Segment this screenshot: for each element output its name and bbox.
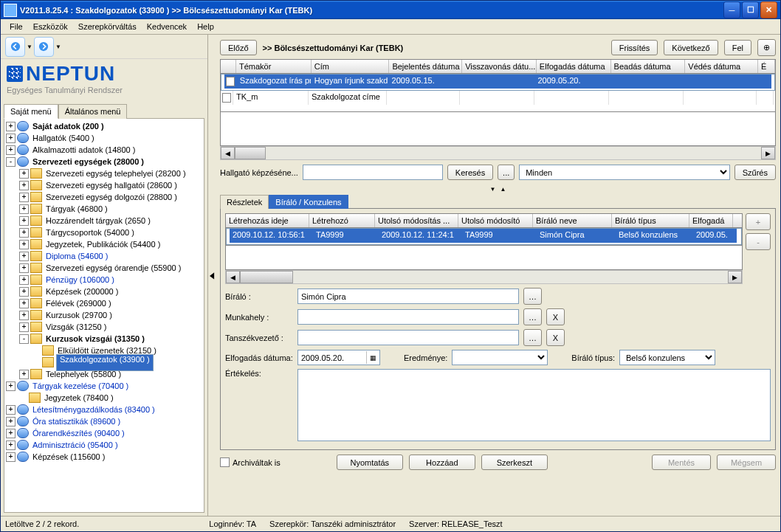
main-grid[interactable]: TémakörCímBejelentés dátumaVisszavonás d… xyxy=(220,59,776,112)
tree-expander[interactable]: + xyxy=(19,263,29,273)
tree-expander[interactable]: + xyxy=(6,441,16,450)
tree-expander[interactable] xyxy=(32,347,41,355)
tree-expander[interactable]: + xyxy=(19,299,29,308)
tree-node[interactable]: +Hozzárendelt tárgyak (2650 ) xyxy=(6,215,202,227)
munkahely-lookup-button[interactable]: … xyxy=(523,308,542,325)
tree-label[interactable]: Szervezeti egység órarendje (55900 ) xyxy=(44,263,182,272)
tree-expander[interactable]: + xyxy=(19,169,29,179)
maximize-button[interactable]: ☐ xyxy=(742,1,759,18)
elfogadas-date-input[interactable]: 2009.05.20.▦ xyxy=(297,350,380,365)
subtab-reviewer[interactable]: Bíráló / Konzulens xyxy=(269,195,348,209)
column-header[interactable]: Cím xyxy=(312,60,390,73)
close-button[interactable]: ✕ xyxy=(760,1,777,18)
ertekeles-textarea[interactable] xyxy=(297,369,771,441)
tanszek-clear-button[interactable]: X xyxy=(546,329,565,346)
column-header[interactable]: Bíráló neve xyxy=(533,214,612,227)
menu-help[interactable]: Help xyxy=(193,21,219,32)
tree-expander[interactable] xyxy=(19,394,27,402)
biralo-tipus-select[interactable]: Belső konzulens xyxy=(619,350,715,365)
nav-fwd-drop[interactable]: ▼ xyxy=(55,44,61,50)
add-row-button[interactable]: + xyxy=(746,213,771,230)
tree-node[interactable]: +Kurzusok (29700 ) xyxy=(6,309,202,321)
column-header[interactable]: Utolsó módosítás ... xyxy=(375,214,458,227)
tree-node[interactable]: +Képzések (200000 ) xyxy=(6,286,202,297)
tree-node[interactable]: +Tárgyak kezelése (70400 ) xyxy=(6,380,202,392)
tree-node[interactable]: +Tárgycsoportok (54000 ) xyxy=(6,227,202,238)
column-header[interactable]: Beadás dátuma xyxy=(611,60,686,73)
tree-label[interactable]: Szervezeti egység hallgatói (28600 ) xyxy=(44,181,179,190)
nav-fwd-button[interactable] xyxy=(34,37,54,57)
tree-expander[interactable]: + xyxy=(6,417,16,426)
tree-label[interactable]: Tárgyak (46800 ) xyxy=(44,204,109,213)
tree-node[interactable]: -Kurzusok vizsgái (31350 ) xyxy=(6,333,202,345)
tree-label[interactable]: Tárgyak kezelése (70400 ) xyxy=(31,381,130,390)
column-header[interactable]: Utolsó módosító xyxy=(458,214,533,227)
column-header[interactable]: Elfogadá xyxy=(689,214,733,227)
tree-node[interactable]: +Félévek (269000 ) xyxy=(6,297,202,309)
munkahely-clear-button[interactable]: X xyxy=(546,308,565,325)
filter-select[interactable]: Minden xyxy=(519,165,730,180)
tree-expander[interactable]: + xyxy=(19,252,29,261)
tanszek-lookup-button[interactable]: … xyxy=(523,329,542,346)
cancel-button[interactable]: Mégsem xyxy=(717,455,776,470)
tree-expander[interactable]: + xyxy=(19,204,29,214)
sub-grid[interactable]: Létrehozás idejeLétrehozóUtolsó módosítá… xyxy=(225,213,743,246)
scroll-left-icon[interactable]: ◀ xyxy=(221,147,235,159)
prev-button[interactable]: Előző xyxy=(220,40,257,55)
filter-button[interactable]: Szűrés xyxy=(734,165,776,180)
column-header[interactable]: Visszavonás dátu... xyxy=(462,60,537,73)
tree-label[interactable]: Létesítménygazdálkodás (83400 ) xyxy=(31,405,156,414)
column-header[interactable]: Létrehozás ideje xyxy=(226,214,309,227)
tree-expander[interactable]: + xyxy=(19,322,29,332)
subtab-details[interactable]: Részletek xyxy=(220,195,269,209)
scroll-right-icon[interactable]: ▶ xyxy=(761,147,775,159)
search-input[interactable] xyxy=(303,165,443,180)
tree-label[interactable]: Alkalmazotti adatok (14800 ) xyxy=(31,145,137,154)
add-button[interactable]: Hozzáad xyxy=(409,455,475,470)
column-header[interactable]: É xyxy=(758,60,775,73)
tree-node[interactable]: Szakdolgozatok (33900 ) xyxy=(6,356,202,368)
tree-label[interactable]: Félévek (269000 ) xyxy=(44,299,113,308)
tree-expander[interactable]: + xyxy=(6,381,16,391)
eredmeny-select[interactable] xyxy=(452,350,548,365)
column-header[interactable]: Védés dátuma xyxy=(685,60,758,73)
vertical-splitter[interactable]: ◀ xyxy=(208,35,216,516)
tree-node[interactable]: Jegyzetek (78400 ) xyxy=(6,392,202,404)
tree-label[interactable]: Jegyzetek, Publikációk (54400 ) xyxy=(44,240,162,249)
tree-label[interactable]: Órarendkészítés (90400 ) xyxy=(31,429,126,438)
tree-expander[interactable]: + xyxy=(19,240,29,249)
tree-expander[interactable]: + xyxy=(19,275,29,285)
tree-node[interactable]: +Hallgatók (5400 ) xyxy=(6,132,202,144)
tree-label[interactable]: Hallgatók (5400 ) xyxy=(31,134,96,142)
tree-node[interactable]: +Órarendkészítés (90400 ) xyxy=(6,427,202,439)
tree-label[interactable]: Szakdolgozatok (33900 ) xyxy=(56,354,154,371)
tree-label[interactable]: Saját adatok (200 ) xyxy=(31,122,106,131)
tree-node[interactable]: +Tárgyak (46800 ) xyxy=(6,203,202,215)
table-row[interactable]: 2009.10.12. 10:56:1TA99992009.10.12. 11:… xyxy=(226,228,742,245)
tree-expander[interactable]: + xyxy=(6,122,16,131)
tree-label[interactable]: Diploma (54600 ) xyxy=(44,252,109,260)
tree-label[interactable]: Kurzusok (29700 ) xyxy=(44,311,114,319)
grid-hscroll[interactable]: ◀ ▶ xyxy=(220,146,776,160)
tree-expander[interactable]: + xyxy=(19,181,29,190)
tree-label[interactable]: Szervezeti egységek (28000 ) xyxy=(31,157,145,166)
tree-expander[interactable]: + xyxy=(19,287,29,297)
tree-node[interactable]: +Telephelyek (55800 ) xyxy=(6,368,202,380)
tree-label[interactable]: Szervezeti egység dolgozói (28800 ) xyxy=(44,193,179,201)
tree-expander[interactable] xyxy=(32,359,41,367)
tree-label[interactable]: Képzések (200000 ) xyxy=(44,287,120,296)
remove-row-button[interactable]: - xyxy=(746,233,771,250)
column-header[interactable]: Témakör xyxy=(236,60,312,73)
tree-expander[interactable]: + xyxy=(19,216,29,226)
tree-expander[interactable]: + xyxy=(6,429,16,438)
menu-tools[interactable]: Eszközök xyxy=(29,21,72,32)
tree-expander[interactable]: + xyxy=(6,145,16,155)
tree-node[interactable]: +Saját adatok (200 ) xyxy=(6,120,202,132)
tab-own-menu[interactable]: Saját menü xyxy=(4,104,58,119)
tree-node[interactable]: -Szervezeti egységek (28000 ) xyxy=(6,156,202,167)
menu-file[interactable]: File xyxy=(5,21,27,32)
tree-expander[interactable]: + xyxy=(6,405,16,415)
tree-label[interactable]: Szervezeti egység telephelyei (28200 ) xyxy=(44,169,187,178)
row-checkbox[interactable] xyxy=(224,75,237,89)
up-button[interactable]: Fel xyxy=(724,40,751,55)
